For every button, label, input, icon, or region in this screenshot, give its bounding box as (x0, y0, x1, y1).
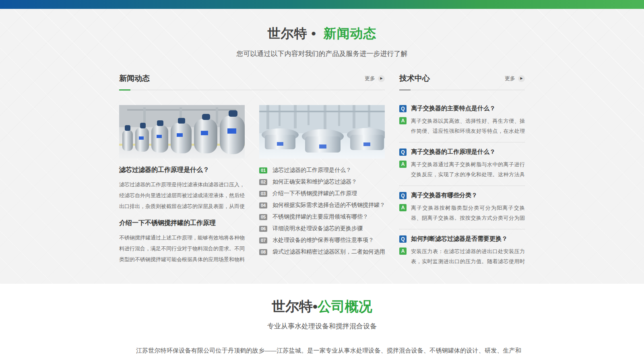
qa-answer-row: A 离子交换器以其高效、选择性好、再生方便、操作简便、适应性强和环境友好等特点，… (399, 116, 525, 136)
headline-number-badge: 02 (259, 179, 267, 185)
headline-item[interactable]: 02 如何正确安装和维护滤芯过滤器？ (259, 179, 385, 185)
q-badge-icon: Q (399, 105, 407, 112)
about-section-title: 世尔特•公司概况 (0, 284, 644, 316)
news-article-excerpt: 不锈钢搅拌罐通过上述工作原理，能够有效地将各种物料进行混合，满足不同行业对于物料… (119, 232, 245, 265)
qa-question: 离子交换器的主要特点是什么？ (411, 105, 495, 112)
headline-text: 介绍一下不锈钢搅拌罐的工作原理 (272, 190, 357, 197)
tech-more-link[interactable]: 更多 ▶ (505, 75, 525, 82)
news-photo-reactor-vessels[interactable] (259, 105, 385, 159)
headline-text: 滤芯过滤器的工作原理是什么？ (272, 167, 351, 174)
headline-text: 如何正确安装和维护滤芯过滤器？ (272, 178, 357, 186)
tech-heading-rule (399, 90, 525, 90)
tech-center-block: 技术中心 更多 ▶ Q 离子交换器的主要特点是什么？ A 离子交换器以其高效、选… (399, 74, 525, 266)
news-section-subtitle: 您可以通过以下内容对我们的产品及服务进一步进行了解 (0, 49, 644, 58)
top-gradient-bar (0, 0, 644, 9)
a-badge-icon: A (399, 161, 407, 168)
news-heading-rule (119, 90, 385, 90)
news-photo-mixing-tanks[interactable] (119, 105, 245, 159)
headline-item[interactable]: 08 袋式过滤器和精密过滤器区别，二者如何选用 (259, 249, 385, 255)
news-article: 介绍一下不锈钢搅拌罐的工作原理 不锈钢搅拌罐通过上述工作原理，能够有效地将各种物… (119, 219, 245, 265)
news-article-title[interactable]: 滤芯过滤器的工作原理是什么？ (119, 166, 245, 174)
q-badge-icon: Q (399, 192, 407, 199)
headline-item[interactable]: 06 详细说明水处理设备滤芯的更换步骤 (259, 225, 385, 232)
tech-block-heading: 技术中心 (399, 73, 430, 84)
news-more-label: 更多 (365, 75, 375, 82)
news-headline-list: 01 滤芯过滤器的工作原理是什么？ 02 如何正确安装和维护滤芯过滤器？ 03 … (259, 167, 385, 255)
qa-question: 离子交换器有哪些分类？ (411, 192, 477, 199)
tech-more-label: 更多 (505, 75, 515, 82)
qa-answer-row: A 离子交换器按树脂类型分类可分为阳离子交换器、阴离子交换器。按按交换方式分类可… (399, 203, 525, 223)
dotted-divider (399, 229, 525, 229)
news-title-brand: 世尔特 • (268, 26, 316, 41)
about-section-subtitle: 专业从事水处理设备和搅拌混合设备 (0, 322, 644, 331)
headline-number-badge: 08 (259, 249, 267, 255)
qa-item: Q 如何判断滤芯过滤器是否需要更换？ A 安装压力表：在滤芯过滤器的进出口处安装… (399, 235, 525, 266)
news-section: 世尔特 • 新闻动态 您可以通过以下内容对我们的产品及服务进一步进行了解 新闻动… (0, 9, 644, 284)
news-columns: 滤芯过滤器的工作原理是什么？ 滤芯过滤器的工作原理是待过滤液体由滤器进口压入，经… (119, 105, 385, 265)
headline-item[interactable]: 04 如何根据实际需求选择合适的不锈钢搅拌罐？ (259, 202, 385, 208)
headline-item[interactable]: 01 滤芯过滤器的工作原理是什么？ (259, 167, 385, 173)
qa-item: Q 离子交换器有哪些分类？ A 离子交换器按树脂类型分类可分为阳离子交换器、阴离… (399, 192, 525, 223)
qa-question: 离子交换器的工作原理是什么？ (411, 148, 495, 156)
qa-list: Q 离子交换器的主要特点是什么？ A 离子交换器以其高效、选择性好、再生方便、操… (399, 105, 525, 266)
news-article-title[interactable]: 介绍一下不锈钢搅拌罐的工作原理 (119, 219, 245, 227)
qa-answer: 安装压力表：在滤芯过滤器的进出口处安装压力表，实时监测进出口的压力值。随着滤芯使… (411, 246, 525, 266)
news-column-articles: 滤芯过滤器的工作原理是什么？ 滤芯过滤器的工作原理是待过滤液体由滤器进口压入，经… (119, 105, 245, 265)
qa-answer: 离子交换器按树脂类型分类可分为阳离子交换器、阴离子交换器。按按交换方式分类可分为… (411, 203, 525, 223)
headline-item[interactable]: 07 水处理设备的维护保养有哪些注意事项？ (259, 237, 385, 243)
news-block-heading: 新闻动态 (119, 73, 150, 84)
news-article: 滤芯过滤器的工作原理是什么？ 滤芯过滤器的工作原理是待过滤液体由滤器进口压入，经… (119, 166, 245, 212)
qa-question-row[interactable]: Q 离子交换器的主要特点是什么？ (399, 105, 525, 112)
qa-question-row[interactable]: Q 离子交换器的工作原理是什么？ (399, 148, 525, 156)
about-title-accent: 公司概况 (318, 299, 372, 314)
qa-answer: 离子交换器以其高效、选择性好、再生方便、操作简便、适应性强和环境友好等特点，在水… (411, 116, 525, 136)
q-badge-icon: Q (399, 235, 407, 243)
dotted-divider (399, 186, 525, 186)
headline-item[interactable]: 05 不锈钢搅拌罐的主要应用领域有哪些？ (259, 214, 385, 220)
headline-text: 水处理设备的维护保养有哪些注意事项？ (272, 237, 374, 244)
arrow-right-icon: ▶ (518, 75, 525, 82)
headline-number-badge: 04 (259, 202, 267, 208)
qa-answer: 离子交换器通过离子交换树脂与水中的离子进行交换反应，实现了水的净化和处理。这种方… (411, 159, 525, 179)
qa-question-row[interactable]: Q 如何判断滤芯过滤器是否需要更换？ (399, 235, 525, 243)
news-section-title: 世尔特 • 新闻动态 (0, 9, 644, 43)
a-badge-icon: A (399, 248, 407, 255)
headline-item[interactable]: 03 介绍一下不锈钢搅拌罐的工作原理 (259, 190, 385, 197)
news-article-excerpt: 滤芯过滤器的工作原理是待过滤液体由滤器进口压入，经滤芯自外向里透过滤层而被过滤成… (119, 179, 245, 212)
dotted-divider (399, 142, 525, 142)
news-more-link[interactable]: 更多 ▶ (365, 75, 385, 82)
a-badge-icon: A (399, 117, 407, 124)
three-column-area: 新闻动态 更多 ▶ (119, 74, 525, 266)
qa-item: Q 离子交换器的工作原理是什么？ A 离子交换器通过离子交换树脂与水中的离子进行… (399, 148, 525, 179)
headline-number-badge: 03 (259, 191, 267, 197)
company-intro-paragraph: 江苏世尔特环保设备有限公司位于丹顶鹤的故乡——江苏盐城。是一家专业从事水处理设备… (123, 343, 521, 361)
headline-number-badge: 05 (259, 214, 267, 220)
q-badge-icon: Q (399, 149, 407, 156)
qa-question: 如何判断滤芯过滤器是否需要更换？ (411, 235, 508, 243)
arrow-right-icon: ▶ (378, 75, 385, 82)
headline-number-badge: 01 (259, 167, 267, 173)
news-title-accent: 新闻动态 (323, 26, 376, 41)
qa-answer-row: A 安装压力表：在滤芯过滤器的进出口处安装压力表，实时监测进出口的压力值。随着滤… (399, 246, 525, 266)
company-overview-section: 世尔特•公司概况 专业从事水处理设备和搅拌混合设备 江苏世尔特环保设备有限公司位… (0, 284, 644, 361)
headline-number-badge: 07 (259, 237, 267, 243)
news-block: 新闻动态 更多 ▶ (119, 74, 385, 266)
a-badge-icon: A (399, 204, 407, 211)
qa-item: Q 离子交换器的主要特点是什么？ A 离子交换器以其高效、选择性好、再生方便、操… (399, 105, 525, 136)
qa-answer-row: A 离子交换器通过离子交换树脂与水中的离子进行交换反应，实现了水的净化和处理。这… (399, 159, 525, 179)
tech-block-header: 技术中心 更多 ▶ (399, 74, 525, 83)
qa-question-row[interactable]: Q 离子交换器有哪些分类？ (399, 192, 525, 199)
headline-text: 详细说明水处理设备滤芯的更换步骤 (272, 225, 363, 232)
headline-text: 袋式过滤器和精密过滤器区别，二者如何选用 (272, 248, 385, 256)
news-block-header: 新闻动态 更多 ▶ (119, 74, 385, 83)
headline-text: 如何根据实际需求选择合适的不锈钢搅拌罐？ (272, 202, 385, 209)
headline-number-badge: 06 (259, 226, 267, 232)
headline-text: 不锈钢搅拌罐的主要应用领域有哪些？ (272, 213, 368, 221)
news-column-list: 01 滤芯过滤器的工作原理是什么？ 02 如何正确安装和维护滤芯过滤器？ 03 … (259, 105, 385, 265)
about-title-brand: 世尔特• (272, 299, 318, 314)
